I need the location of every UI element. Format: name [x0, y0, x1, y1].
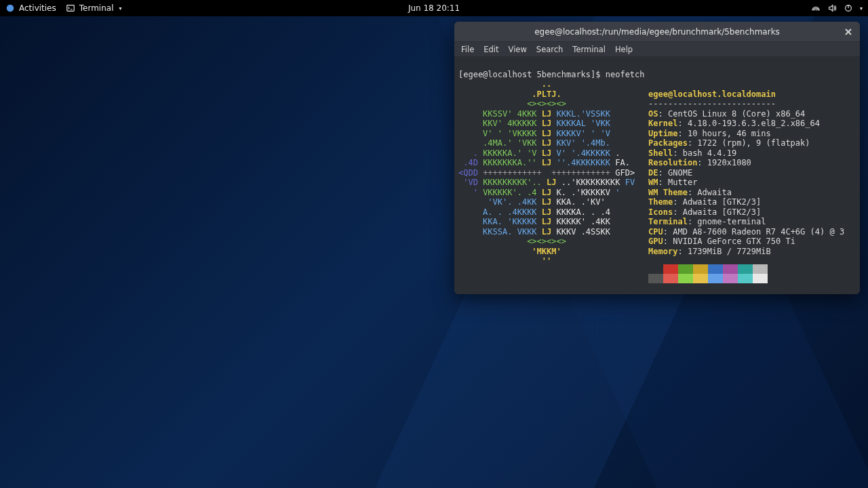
svg-rect-1 [67, 5, 75, 12]
terminal-body[interactable]: [egee@localhost 5benchmarks]$ neofetch .… [454, 57, 860, 294]
activities-icon [5, 3, 15, 13]
terminal-menubar: File Edit View Search Terminal Help [454, 42, 860, 57]
window-close-button[interactable] [842, 26, 854, 38]
activities-label: Activities [19, 3, 56, 13]
system-menu-chevron-icon[interactable]: ▾ [860, 5, 863, 12]
window-titlebar[interactable]: egee@localhost:/run/media/egee/brunchmar… [454, 22, 860, 42]
clock-label: Jun 18 20:11 [408, 3, 460, 13]
menu-help[interactable]: Help [615, 45, 633, 54]
close-icon [845, 28, 852, 35]
terminal-window: egee@localhost:/run/media/egee/brunchmar… [454, 22, 860, 294]
chevron-down-icon: ▾ [119, 5, 121, 12]
svg-point-0 [7, 5, 14, 12]
gnome-topbar: Activities Terminal ▾ Jun 18 20:11 ▾ [0, 0, 868, 16]
neofetch-logo: .. .PLTJ. <><><><> KKSSV' 4KKK LJ KKKL.'… [458, 79, 635, 293]
app-menu[interactable]: Terminal ▾ [66, 3, 122, 13]
volume-icon[interactable] [827, 3, 837, 13]
activities-button[interactable]: Activities [5, 3, 56, 13]
neofetch-info: egee@localhost.localdomain -------------… [648, 79, 844, 293]
color-swatches [648, 264, 844, 283]
app-menu-label: Terminal [79, 3, 114, 13]
clock[interactable]: Jun 18 20:11 [408, 3, 460, 13]
power-icon[interactable] [844, 3, 853, 13]
menu-file[interactable]: File [461, 45, 474, 54]
neofetch-output: .. .PLTJ. <><><><> KKSSV' 4KKK LJ KKKL.'… [458, 79, 856, 293]
menu-search[interactable]: Search [536, 45, 564, 54]
menu-edit[interactable]: Edit [484, 45, 498, 54]
terminal-app-icon [66, 3, 75, 13]
window-title: egee@localhost:/run/media/egee/brunchmar… [534, 27, 780, 37]
prompt-line-1: [egee@localhost 5benchmarks]$ neofetch [458, 70, 645, 79]
menu-terminal[interactable]: Terminal [572, 45, 606, 54]
network-icon[interactable] [811, 3, 821, 13]
menu-view[interactable]: View [509, 45, 527, 54]
